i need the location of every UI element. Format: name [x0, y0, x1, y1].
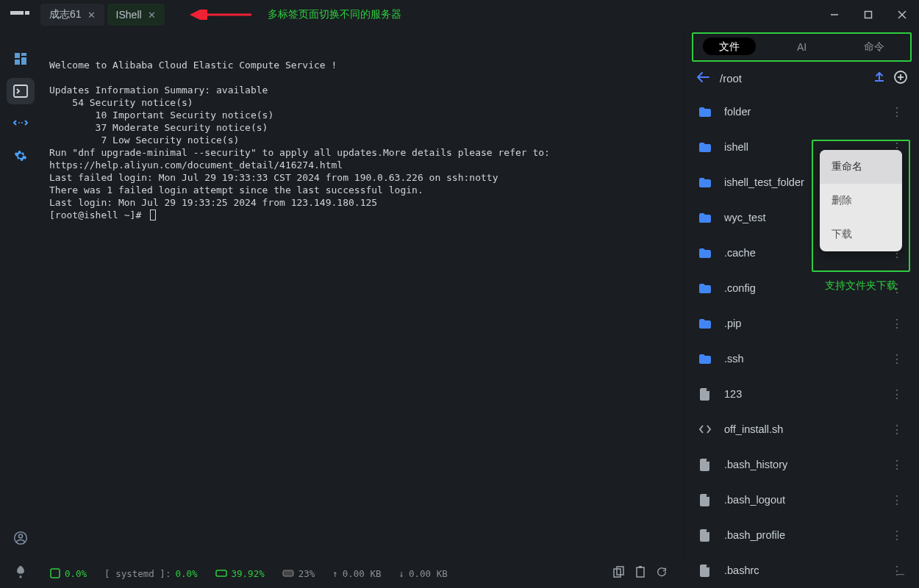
stat-disk: 39.92%	[215, 568, 265, 579]
close-icon[interactable]: ✕	[87, 10, 96, 21]
file-icon	[698, 494, 712, 506]
file-name: .bash_logout	[724, 494, 876, 506]
tab[interactable]: IShell✕	[107, 4, 165, 26]
file-more-icon[interactable]: ⋮	[888, 423, 906, 437]
file-more-icon[interactable]: ⋮	[888, 387, 906, 401]
file-row[interactable]: .pip⋮	[684, 306, 919, 341]
folder-icon	[698, 283, 712, 294]
file-row[interactable]: folder⋮	[684, 94, 919, 129]
folder-icon	[698, 212, 712, 223]
tabs-container: 成志61✕IShell✕	[40, 0, 165, 29]
folder-icon	[698, 142, 712, 153]
nav-dashboard[interactable]	[7, 46, 35, 72]
file-row[interactable]: off_install.sh⋮	[684, 412, 919, 447]
file-name: .bash_history	[724, 459, 876, 470]
file-name: .pip	[724, 318, 876, 329]
file-name: 123	[724, 388, 876, 400]
nav-settings[interactable]	[7, 143, 35, 169]
svg-rect-10	[21, 57, 26, 65]
tab[interactable]: 成志61✕	[40, 4, 104, 26]
file-more-icon[interactable]: ⋮	[888, 105, 906, 119]
add-icon[interactable]	[894, 71, 907, 86]
paste-icon[interactable]	[635, 566, 646, 581]
context-item[interactable]: 重命名	[820, 150, 902, 184]
file-name: .bash_profile	[724, 529, 876, 541]
svg-rect-7	[15, 53, 20, 58]
file-icon	[698, 459, 712, 471]
svg-rect-0	[10, 11, 24, 15]
nav-transfer[interactable]	[7, 110, 35, 137]
context-menu: 重命名删除下载	[820, 150, 902, 251]
svg-rect-20	[51, 569, 60, 578]
stat-download: ↓ 0.00 KB	[398, 568, 447, 579]
terminal-output[interactable]: Welcome to Alibaba Cloud Elastic Compute…	[40, 29, 684, 559]
svg-rect-1	[25, 11, 29, 15]
annotation-contextmenu-label: 支持文件夹下载	[812, 279, 910, 293]
status-bar: 0.0% [ systemd ]: 0.0% 39.92% 23% ↑ 0.00…	[0, 559, 691, 588]
file-row[interactable]: .ssh⋮	[684, 341, 919, 376]
file-row[interactable]: .bash_profile⋮	[684, 517, 919, 553]
svg-rect-22	[283, 570, 293, 576]
right-resize-handle[interactable]: –	[898, 567, 904, 581]
svg-rect-26	[639, 566, 642, 568]
file-icon	[698, 388, 712, 401]
stat-systemd: [ systemd ]: 0.0%	[104, 568, 197, 579]
side-nav	[0, 29, 40, 559]
code-icon	[698, 424, 712, 434]
file-name: folder	[724, 106, 876, 118]
right-tabs: 文件AI命令	[692, 32, 912, 62]
file-row[interactable]: .bash_history⋮	[684, 447, 919, 482]
right-tab-2[interactable]: 命令	[838, 40, 910, 54]
svg-rect-25	[637, 567, 644, 577]
svg-point-13	[21, 122, 23, 123]
copy-icon[interactable]	[613, 566, 625, 581]
svg-rect-4	[865, 12, 872, 18]
path-back-icon[interactable]	[696, 72, 709, 85]
context-item[interactable]: 删除	[820, 184, 902, 218]
file-row[interactable]: .bashrc⋮	[684, 553, 919, 588]
right-panel: 文件AI命令 /root folder⋮ishell⋮ishell_test_f…	[684, 29, 919, 559]
file-more-icon[interactable]: ⋮	[888, 493, 906, 507]
file-more-icon[interactable]: ⋮	[888, 352, 906, 366]
close-button[interactable]	[885, 0, 919, 29]
svg-point-12	[18, 122, 20, 123]
file-more-icon[interactable]: ⋮	[888, 458, 906, 472]
file-more-icon[interactable]: ⋮	[888, 528, 906, 542]
close-icon[interactable]: ✕	[148, 10, 156, 21]
folder-icon	[698, 318, 712, 329]
folder-icon	[698, 248, 712, 259]
terminal-cursor	[150, 209, 156, 220]
refresh-icon[interactable]	[656, 566, 668, 581]
right-tab-0[interactable]: 文件	[693, 40, 765, 54]
file-row[interactable]: .bash_logout⋮	[684, 482, 919, 517]
upload-icon[interactable]	[873, 71, 885, 86]
annotation-tabs: 多标签页面切换不同的服务器	[187, 8, 401, 21]
file-name: off_install.sh	[724, 423, 876, 435]
minimize-button[interactable]	[818, 0, 851, 29]
folder-icon	[698, 354, 712, 365]
svg-rect-11	[14, 85, 27, 97]
nav-terminal[interactable]	[7, 78, 35, 104]
svg-rect-9	[15, 60, 20, 65]
right-tab-1[interactable]: AI	[765, 41, 837, 53]
file-more-icon[interactable]: ⋮	[888, 317, 906, 331]
svg-rect-8	[21, 53, 26, 56]
file-icon	[698, 529, 712, 542]
app-logo	[0, 10, 40, 20]
stat-upload: ↑ 0.00 KB	[332, 568, 381, 579]
current-path: /root	[720, 72, 863, 85]
file-icon	[698, 564, 712, 577]
maximize-button[interactable]	[851, 0, 885, 29]
svg-point-15	[18, 534, 22, 538]
folder-icon	[698, 107, 712, 118]
nav-account[interactable]	[7, 525, 35, 551]
context-item[interactable]: 下载	[820, 218, 902, 251]
file-row[interactable]: 123⋮	[684, 376, 919, 412]
file-name: .bashrc	[724, 564, 876, 576]
file-name: .ssh	[724, 353, 876, 365]
stat-mem: 23%	[282, 568, 315, 579]
svg-rect-21	[216, 570, 226, 576]
stat-cpu: 0.0%	[50, 568, 87, 579]
folder-icon	[698, 177, 712, 188]
